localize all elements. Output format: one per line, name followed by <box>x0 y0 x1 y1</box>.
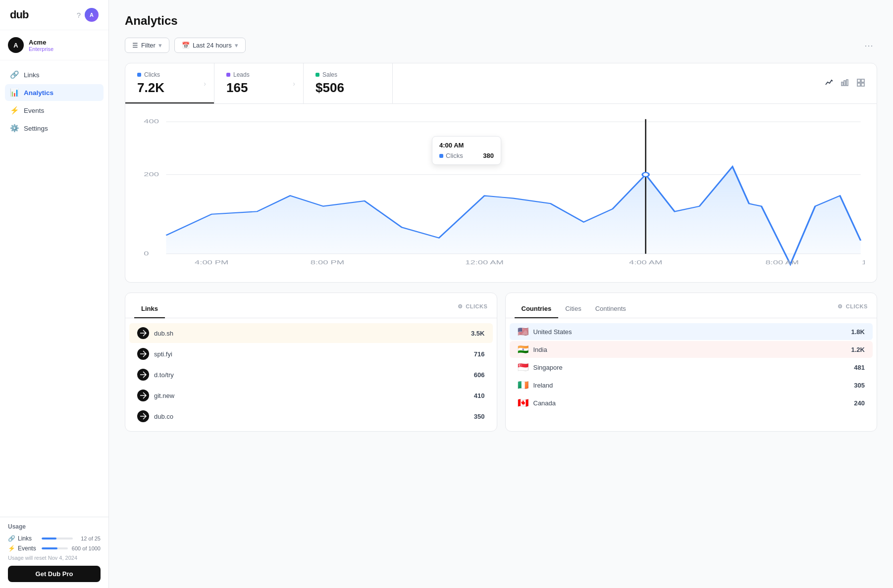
tab-cities[interactable]: Cities <box>558 300 588 318</box>
svg-text:0: 0 <box>144 250 149 256</box>
chart-tooltip: 4:00 AM Clicks 380 <box>432 136 501 165</box>
main-content: Analytics ☰ Filter ▾ 📅 Last 24 hours ▾ ⋯… <box>109 0 893 588</box>
events-usage-row: ⚡ Events 600 of 1000 <box>8 545 101 552</box>
filter-icon: ☰ <box>132 42 138 49</box>
grid-chart-button[interactable] <box>855 77 867 90</box>
tab-countries[interactable]: Countries <box>515 300 559 318</box>
list-item[interactable]: 🇸🇬 Singapore 481 <box>510 359 873 376</box>
links-panel-header-right: ⚙ CLICKS <box>458 303 488 315</box>
tooltip-row: Clicks 380 <box>439 152 494 159</box>
geo-panel-tabs: Countries Cities Continents <box>515 300 633 318</box>
sidebar-item-label-links: Links <box>24 71 40 79</box>
list-item[interactable]: git.new 410 <box>129 386 493 405</box>
calendar-icon: 📅 <box>182 42 190 49</box>
time-filter-button[interactable]: 📅 Last 24 hours ▾ <box>174 38 246 53</box>
toolbar: ☰ Filter ▾ 📅 Last 24 hours ▾ ⋯ <box>125 38 877 53</box>
sidebar-nav: 🔗 Links 📊 Analytics ⚡ Events ⚙️ Settings <box>0 60 108 517</box>
tooltip-value: 380 <box>483 152 494 159</box>
sidebar-item-label-analytics: Analytics <box>24 89 53 97</box>
events-usage-count: 600 of 1000 <box>72 545 101 551</box>
list-item[interactable]: 🇺🇸 United States 1.8K <box>510 323 873 340</box>
list-item[interactable]: spti.fyi 716 <box>129 344 493 364</box>
analytics-icon: 📊 <box>10 88 19 97</box>
usage-reset-text: Usage will reset Nov 4, 2024 <box>8 555 101 561</box>
country-value-4: 240 <box>854 399 865 407</box>
events-usage-label: ⚡ Events <box>8 545 38 552</box>
link-value-0: 3.5K <box>471 330 484 337</box>
list-item[interactable]: dub.co 350 <box>129 406 493 426</box>
sidebar: dub ? A A Acme Enterprise 🔗 Links 📊 Anal… <box>0 0 109 588</box>
flag-us: 🇺🇸 <box>518 327 528 336</box>
links-tab[interactable]: Links <box>134 300 165 318</box>
sidebar-header-icons: ? A <box>77 8 99 22</box>
analytics-chart: 400 200 0 <box>137 114 865 272</box>
links-panel-tabs: Links <box>134 300 165 318</box>
tab-continents[interactable]: Continents <box>588 300 633 318</box>
line-chart-button[interactable] <box>823 77 835 90</box>
svg-text:8:00 PM: 8:00 PM <box>311 259 344 265</box>
links-usage-icon: 🔗 <box>8 535 15 542</box>
sales-dot <box>315 73 319 77</box>
svg-rect-1 <box>844 81 845 86</box>
geo-settings-icon: ⚙ <box>838 303 843 310</box>
stat-cards: Clicks 7.2K › Leads 165 › Sales $506 <box>125 63 877 104</box>
svg-text:200: 200 <box>144 171 159 177</box>
link-icon-3 <box>137 390 149 401</box>
flag-sg: 🇸🇬 <box>518 363 528 372</box>
sidebar-item-analytics[interactable]: 📊 Analytics <box>5 84 104 101</box>
stat-card-leads[interactable]: Leads 165 › <box>214 63 304 103</box>
svg-point-14 <box>642 172 649 177</box>
links-panel-header: Links ⚙ CLICKS <box>125 293 497 318</box>
app-logo: dub <box>10 8 28 21</box>
tooltip-label: Clicks <box>439 152 463 159</box>
svg-text:4:00 AM: 4:00 AM <box>629 259 662 265</box>
geo-panel: Countries Cities Continents ⚙ CLICKS 🇺🇸 <box>505 293 878 432</box>
tooltip-time: 4:00 AM <box>439 142 494 149</box>
workspace-plan: Enterprise <box>29 46 53 52</box>
sidebar-item-events[interactable]: ⚡ Events <box>5 102 104 119</box>
chevron-down-icon-2: ▾ <box>235 42 238 49</box>
country-value-2: 481 <box>854 364 865 371</box>
help-icon[interactable]: ? <box>77 11 81 19</box>
svg-rect-3 <box>857 79 860 82</box>
list-item[interactable]: 🇮🇳 India 1.2K <box>510 341 873 358</box>
clicks-dot <box>137 73 141 77</box>
avatar[interactable]: A <box>85 8 99 22</box>
clicks-arrow: › <box>204 80 206 88</box>
filter-button[interactable]: ☰ Filter ▾ <box>125 38 169 53</box>
events-usage-icon: ⚡ <box>8 545 15 552</box>
stat-card-sales[interactable]: Sales $506 <box>304 63 393 103</box>
geo-panel-header-right: ⚙ CLICKS <box>838 303 868 315</box>
country-value-1: 1.2K <box>851 346 865 353</box>
list-item[interactable]: dub.sh 3.5K <box>129 323 493 343</box>
sidebar-item-links[interactable]: 🔗 Links <box>5 66 104 83</box>
stat-card-clicks[interactable]: Clicks 7.2K › <box>125 63 214 103</box>
geo-panel-body: 🇺🇸 United States 1.8K 🇮🇳 India 1.2K 🇸🇬 S… <box>506 318 877 416</box>
link-value-1: 716 <box>474 350 485 358</box>
settings-gear-icon: ⚙ <box>458 303 463 310</box>
leads-label: Leads <box>226 71 291 78</box>
get-pro-button[interactable]: Get Dub Pro <box>8 566 101 582</box>
events-usage-bar <box>42 547 57 549</box>
country-label-2: Singapore <box>533 364 849 371</box>
svg-rect-4 <box>861 79 864 82</box>
list-item[interactable]: 🇨🇦 Canada 240 <box>510 394 873 411</box>
svg-text:12:00 PM: 12:00 PM <box>862 259 865 265</box>
workspace-selector[interactable]: A Acme Enterprise <box>0 30 108 60</box>
list-item[interactable]: d.to/try 606 <box>129 365 493 385</box>
link-value-2: 606 <box>474 371 485 379</box>
sidebar-item-settings[interactable]: ⚙️ Settings <box>5 120 104 137</box>
links-usage-bar <box>42 538 56 539</box>
sidebar-item-label-settings: Settings <box>24 125 48 132</box>
bottom-panels: Links ⚙ CLICKS dub.sh 3.5K <box>125 293 877 432</box>
list-item[interactable]: 🇮🇪 Ireland 305 <box>510 377 873 393</box>
link-value-3: 410 <box>474 392 485 399</box>
links-usage-label: 🔗 Links <box>8 535 38 542</box>
more-options-button[interactable]: ⋯ <box>860 38 877 53</box>
link-icon-2 <box>137 369 149 381</box>
svg-rect-0 <box>841 82 843 86</box>
svg-text:400: 400 <box>144 118 159 125</box>
sidebar-item-label-events: Events <box>24 107 44 114</box>
link-icon-4 <box>137 410 149 422</box>
bar-chart-button[interactable] <box>839 77 851 90</box>
